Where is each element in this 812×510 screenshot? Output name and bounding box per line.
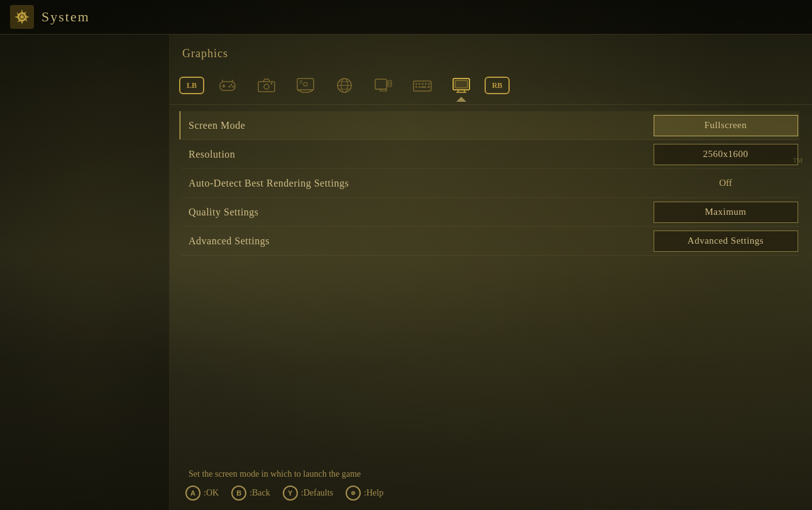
- hint-text: Set the screen mode in which to launch t…: [182, 469, 799, 479]
- resolution-label: Resolution: [182, 149, 652, 160]
- system-gear-icon: [10, 5, 34, 29]
- svg-rect-40: [415, 86, 417, 88]
- screen-mode-value-container: Fullscreen: [652, 115, 799, 136]
- resolution-value-container: 2560x1600: [652, 144, 799, 165]
- advanced-value[interactable]: Advanced Settings: [654, 231, 798, 252]
- svg-rect-41: [419, 86, 420, 88]
- advanced-label: Advanced Settings: [182, 236, 652, 247]
- back-label: :Back: [250, 488, 270, 498]
- tab-hud[interactable]: [287, 70, 324, 101]
- tab-camera[interactable]: [248, 70, 285, 101]
- screen-mode-value[interactable]: Fullscreen: [654, 115, 798, 136]
- section-title: Graphics: [170, 35, 812, 67]
- main-content: Graphics LB: [170, 35, 812, 510]
- hint-defaults: Y :Defaults: [283, 486, 333, 501]
- svg-rect-38: [425, 83, 427, 85]
- tab-gamepad[interactable]: [209, 70, 246, 101]
- ok-label: :OK: [204, 488, 219, 498]
- trademark-text: TM: [793, 157, 803, 164]
- bottom-bar: Set the screen mode in which to launch t…: [170, 460, 812, 510]
- svg-point-8: [233, 86, 234, 88]
- y-button-icon: Y: [283, 486, 298, 501]
- a-button-icon: A: [185, 486, 200, 501]
- screen-mode-label: Screen Mode: [182, 120, 652, 131]
- b-button-icon: B: [231, 486, 246, 501]
- svg-rect-15: [297, 79, 314, 90]
- svg-rect-37: [422, 83, 424, 85]
- title-bar: System: [0, 0, 812, 35]
- auto-detect-value: Off: [654, 178, 798, 188]
- svg-rect-43: [427, 86, 430, 88]
- help-label: :Help: [364, 488, 383, 498]
- tab-lb-button[interactable]: LB: [179, 77, 204, 94]
- svg-rect-39: [428, 83, 430, 85]
- defaults-label: :Defaults: [301, 488, 333, 498]
- svg-point-7: [231, 84, 233, 86]
- resolution-value[interactable]: 2560x1600: [654, 144, 798, 165]
- svg-rect-48: [455, 80, 468, 88]
- left-panel: [0, 35, 170, 510]
- tab-language[interactable]: [326, 70, 363, 101]
- svg-rect-35: [415, 83, 417, 85]
- setting-row-quality[interactable]: Quality Settings Maximum: [182, 198, 799, 227]
- advanced-value-container: Advanced Settings: [652, 231, 799, 252]
- hint-ok: A :OK: [185, 486, 219, 501]
- tab-display[interactable]: [442, 70, 480, 101]
- tab-keyboard[interactable]: [403, 70, 441, 101]
- button-hints: A :OK B :Back Y :Defaults ⊕ :Help: [182, 486, 799, 501]
- setting-row-auto-detect[interactable]: Auto-Detect Best Rendering Settings Off: [182, 169, 799, 198]
- svg-point-19: [304, 82, 307, 86]
- quality-value[interactable]: Maximum: [654, 202, 798, 223]
- quality-label: Quality Settings: [182, 207, 652, 218]
- tab-bar: LB: [170, 67, 812, 105]
- setting-row-resolution[interactable]: Resolution 2560x1600: [182, 140, 799, 169]
- svg-point-3: [20, 15, 24, 19]
- left-panel-bg: [0, 35, 169, 510]
- svg-point-14: [271, 83, 273, 85]
- settings-list: Screen Mode Fullscreen Resolution 2560x1…: [170, 111, 812, 256]
- svg-point-9: [229, 86, 231, 88]
- tab-graphics2[interactable]: [365, 70, 402, 101]
- setting-row-screen-mode[interactable]: Screen Mode Fullscreen: [182, 111, 799, 140]
- quality-value-container: Maximum: [652, 202, 799, 223]
- hint-help: ⊕ :Help: [346, 486, 383, 501]
- auto-detect-label: Auto-Detect Best Rendering Settings: [182, 178, 652, 189]
- setting-row-advanced[interactable]: Advanced Settings Advanced Settings: [182, 227, 799, 256]
- svg-rect-42: [421, 86, 426, 88]
- window-title: System: [41, 9, 90, 25]
- svg-rect-27: [375, 79, 387, 89]
- tab-rb-button[interactable]: RB: [485, 77, 510, 94]
- auto-detect-value-container: Off: [652, 178, 799, 188]
- hint-back: B :Back: [231, 486, 270, 501]
- svg-rect-36: [419, 83, 420, 85]
- help-button-icon: ⊕: [346, 486, 361, 501]
- svg-point-13: [264, 84, 269, 89]
